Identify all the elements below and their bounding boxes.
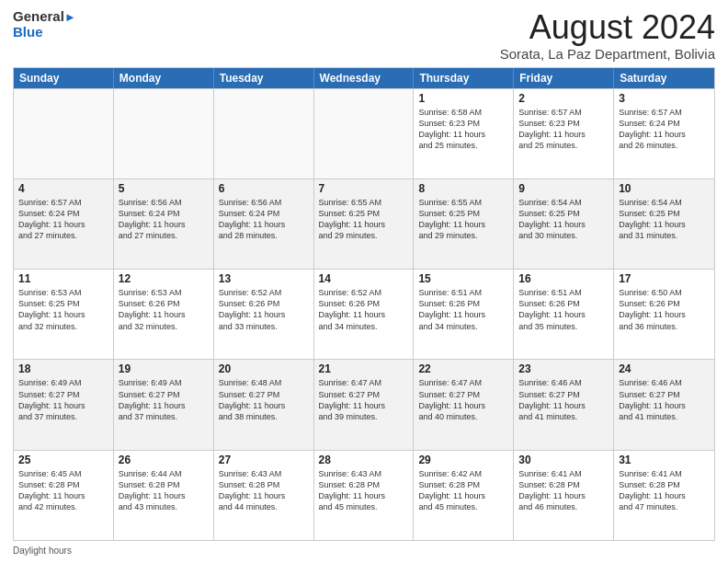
cell-info: Sunrise: 6:53 AMSunset: 6:26 PMDaylight:… <box>119 287 209 332</box>
calendar-week-4: 18Sunrise: 6:49 AMSunset: 6:27 PMDayligh… <box>14 359 714 449</box>
cell-info: Sunrise: 6:51 AMSunset: 6:26 PMDaylight:… <box>518 287 609 332</box>
calendar-cell: 10Sunrise: 6:54 AMSunset: 6:25 PMDayligh… <box>614 179 714 269</box>
cell-info: Sunrise: 6:47 AMSunset: 6:27 PMDaylight:… <box>418 377 508 422</box>
day-number: 23 <box>518 362 609 375</box>
calendar-cell: 28Sunrise: 6:43 AMSunset: 6:28 PMDayligh… <box>314 451 415 540</box>
logo-subtext: Blue <box>13 25 76 40</box>
cell-info: Sunrise: 6:58 AMSunset: 6:23 PMDaylight:… <box>418 107 508 152</box>
calendar-cell: 31Sunrise: 6:41 AMSunset: 6:28 PMDayligh… <box>614 451 714 540</box>
calendar-cell: 8Sunrise: 6:55 AMSunset: 6:25 PMDaylight… <box>414 179 514 269</box>
cell-info: Sunrise: 6:54 AMSunset: 6:25 PMDaylight:… <box>518 197 609 242</box>
calendar-week-3: 11Sunrise: 6:53 AMSunset: 6:25 PMDayligh… <box>14 269 714 359</box>
day-header-tuesday: Tuesday <box>214 68 314 88</box>
calendar-cell: 24Sunrise: 6:46 AMSunset: 6:27 PMDayligh… <box>614 360 714 449</box>
cell-info: Sunrise: 6:51 AMSunset: 6:26 PMDaylight:… <box>418 287 508 332</box>
calendar-cell: 16Sunrise: 6:51 AMSunset: 6:26 PMDayligh… <box>514 270 614 359</box>
calendar-cell <box>214 89 314 178</box>
calendar-cell: 13Sunrise: 6:52 AMSunset: 6:26 PMDayligh… <box>214 270 314 359</box>
cell-info: Sunrise: 6:49 AMSunset: 6:27 PMDaylight:… <box>119 377 209 422</box>
day-number: 16 <box>518 272 609 285</box>
cell-info: Sunrise: 6:44 AMSunset: 6:28 PMDaylight:… <box>119 468 209 513</box>
calendar-cell: 30Sunrise: 6:41 AMSunset: 6:28 PMDayligh… <box>514 451 614 540</box>
calendar-week-2: 4Sunrise: 6:57 AMSunset: 6:24 PMDaylight… <box>14 178 714 269</box>
day-header-wednesday: Wednesday <box>314 68 415 88</box>
day-number: 20 <box>219 362 309 375</box>
day-number: 1 <box>418 92 508 105</box>
calendar-cell: 9Sunrise: 6:54 AMSunset: 6:25 PMDaylight… <box>514 179 614 269</box>
calendar-cell: 11Sunrise: 6:53 AMSunset: 6:25 PMDayligh… <box>14 270 114 359</box>
day-number: 9 <box>518 182 609 195</box>
day-number: 27 <box>219 454 309 466</box>
calendar-cell: 17Sunrise: 6:50 AMSunset: 6:26 PMDayligh… <box>614 270 714 359</box>
day-number: 12 <box>119 272 209 285</box>
title-block: August 2024 Sorata, La Paz Department, B… <box>500 9 715 62</box>
page-header: General► Blue August 2024 Sorata, La Paz… <box>13 9 715 62</box>
day-number: 31 <box>619 454 710 466</box>
calendar-cell: 5Sunrise: 6:56 AMSunset: 6:24 PMDaylight… <box>114 179 214 269</box>
cell-info: Sunrise: 6:41 AMSunset: 6:28 PMDaylight:… <box>619 468 710 513</box>
calendar-cell: 19Sunrise: 6:49 AMSunset: 6:27 PMDayligh… <box>114 360 214 449</box>
day-header-saturday: Saturday <box>614 68 714 88</box>
cell-info: Sunrise: 6:46 AMSunset: 6:27 PMDaylight:… <box>619 377 710 422</box>
cell-info: Sunrise: 6:49 AMSunset: 6:27 PMDaylight:… <box>18 377 108 422</box>
day-header-sunday: Sunday <box>14 68 114 88</box>
calendar-cell <box>14 89 114 178</box>
logo: General► Blue <box>13 9 76 40</box>
calendar-cell: 15Sunrise: 6:51 AMSunset: 6:26 PMDayligh… <box>414 270 514 359</box>
cell-info: Sunrise: 6:42 AMSunset: 6:28 PMDaylight:… <box>418 468 508 513</box>
cell-info: Sunrise: 6:48 AMSunset: 6:27 PMDaylight:… <box>219 377 309 422</box>
calendar-cell: 27Sunrise: 6:43 AMSunset: 6:28 PMDayligh… <box>214 451 314 540</box>
calendar-week-5: 25Sunrise: 6:45 AMSunset: 6:28 PMDayligh… <box>14 450 714 540</box>
cell-info: Sunrise: 6:57 AMSunset: 6:24 PMDaylight:… <box>18 197 108 242</box>
calendar-cell: 14Sunrise: 6:52 AMSunset: 6:26 PMDayligh… <box>314 270 415 359</box>
day-number: 2 <box>518 92 609 105</box>
day-number: 24 <box>619 362 710 375</box>
day-number: 17 <box>619 272 710 285</box>
day-number: 19 <box>119 362 209 375</box>
calendar-cell: 23Sunrise: 6:46 AMSunset: 6:27 PMDayligh… <box>514 360 614 449</box>
calendar-cell: 3Sunrise: 6:57 AMSunset: 6:24 PMDaylight… <box>614 89 714 178</box>
day-number: 30 <box>518 454 609 466</box>
day-number: 11 <box>18 272 108 285</box>
logo-text: General► <box>13 9 76 25</box>
day-number: 6 <box>219 182 309 195</box>
cell-info: Sunrise: 6:47 AMSunset: 6:27 PMDaylight:… <box>319 377 409 422</box>
day-number: 4 <box>18 182 108 195</box>
day-number: 3 <box>619 92 710 105</box>
day-number: 14 <box>319 272 409 285</box>
calendar-cell: 7Sunrise: 6:55 AMSunset: 6:25 PMDaylight… <box>314 179 415 269</box>
calendar-cell: 18Sunrise: 6:49 AMSunset: 6:27 PMDayligh… <box>14 360 114 449</box>
cell-info: Sunrise: 6:55 AMSunset: 6:25 PMDaylight:… <box>418 197 508 242</box>
cell-info: Sunrise: 6:43 AMSunset: 6:28 PMDaylight:… <box>219 468 309 513</box>
cell-info: Sunrise: 6:56 AMSunset: 6:24 PMDaylight:… <box>119 197 209 242</box>
cell-info: Sunrise: 6:57 AMSunset: 6:24 PMDaylight:… <box>619 107 710 152</box>
day-header-monday: Monday <box>114 68 214 88</box>
subtitle: Sorata, La Paz Department, Bolivia <box>500 46 715 62</box>
calendar-cell: 2Sunrise: 6:57 AMSunset: 6:23 PMDaylight… <box>514 89 614 178</box>
day-number: 10 <box>619 182 710 195</box>
day-number: 28 <box>319 454 409 466</box>
cell-info: Sunrise: 6:54 AMSunset: 6:25 PMDaylight:… <box>619 197 710 242</box>
day-header-friday: Friday <box>514 68 614 88</box>
cell-info: Sunrise: 6:46 AMSunset: 6:27 PMDaylight:… <box>518 377 609 422</box>
cell-info: Sunrise: 6:53 AMSunset: 6:25 PMDaylight:… <box>18 287 108 332</box>
footer: Daylight hours <box>13 546 715 556</box>
month-title: August 2024 <box>500 9 715 46</box>
calendar-cell: 4Sunrise: 6:57 AMSunset: 6:24 PMDaylight… <box>14 179 114 269</box>
calendar-cell: 29Sunrise: 6:42 AMSunset: 6:28 PMDayligh… <box>414 451 514 540</box>
day-number: 29 <box>418 454 508 466</box>
calendar-header: SundayMondayTuesdayWednesdayThursdayFrid… <box>14 68 714 88</box>
cell-info: Sunrise: 6:50 AMSunset: 6:26 PMDaylight:… <box>619 287 710 332</box>
calendar-cell <box>314 89 415 178</box>
calendar-cell: 12Sunrise: 6:53 AMSunset: 6:26 PMDayligh… <box>114 270 214 359</box>
day-number: 18 <box>18 362 108 375</box>
day-number: 15 <box>418 272 508 285</box>
calendar-cell: 26Sunrise: 6:44 AMSunset: 6:28 PMDayligh… <box>114 451 214 540</box>
day-number: 5 <box>119 182 209 195</box>
cell-info: Sunrise: 6:57 AMSunset: 6:23 PMDaylight:… <box>518 107 609 152</box>
day-header-thursday: Thursday <box>414 68 514 88</box>
day-number: 21 <box>319 362 409 375</box>
calendar-cell: 21Sunrise: 6:47 AMSunset: 6:27 PMDayligh… <box>314 360 415 449</box>
cell-info: Sunrise: 6:43 AMSunset: 6:28 PMDaylight:… <box>319 468 409 513</box>
calendar-week-1: 1Sunrise: 6:58 AMSunset: 6:23 PMDaylight… <box>14 88 714 178</box>
